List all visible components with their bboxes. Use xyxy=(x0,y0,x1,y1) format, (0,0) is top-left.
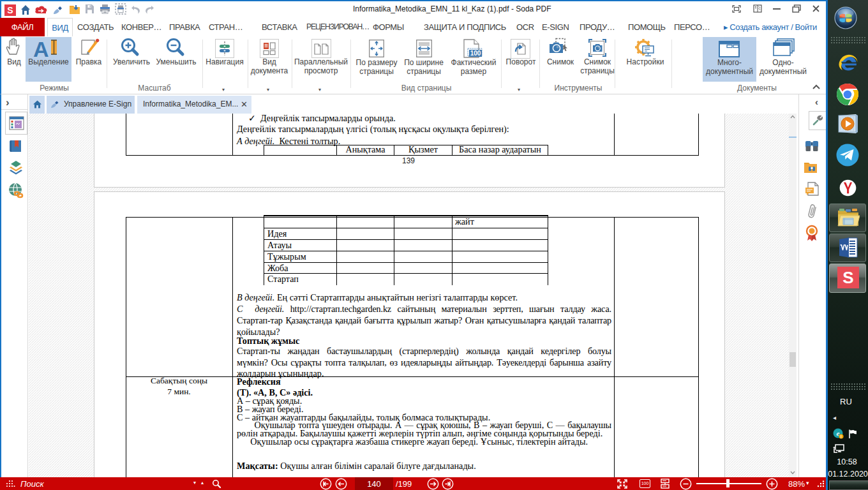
svg-text:!: ! xyxy=(841,434,842,439)
svg-text:100: 100 xyxy=(470,50,481,57)
